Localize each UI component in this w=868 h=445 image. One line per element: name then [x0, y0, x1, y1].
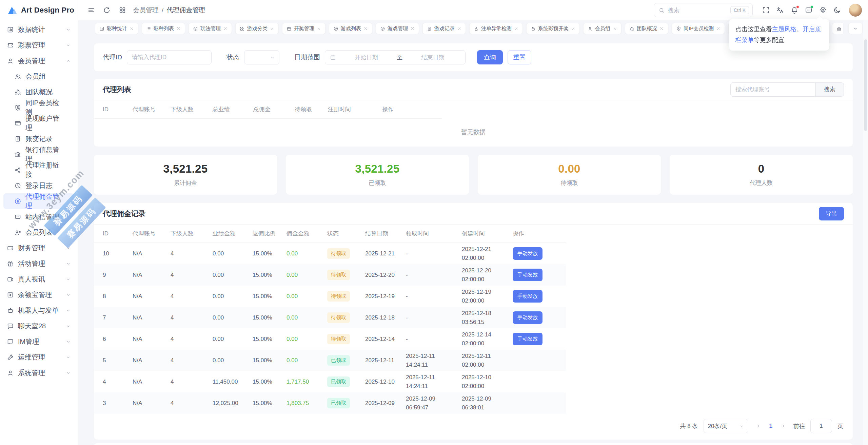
tab[interactable]: 银行信息管理 — [832, 23, 843, 34]
tab[interactable]: 彩种统计 — [95, 23, 138, 34]
tab[interactable]: 游戏分类 — [235, 23, 279, 34]
sidebar-item[interactable]: 登录日志 — [3, 178, 74, 193]
page-content: 代理ID 状态 日期范围 开始日期 至 结束日期 查询 重置 代理列表 — [78, 37, 868, 445]
tab[interactable]: 开奖管理 — [282, 23, 326, 34]
tab-close-icon[interactable] — [613, 26, 617, 31]
next-page-button[interactable] — [778, 421, 788, 431]
export-button[interactable]: 导出 — [819, 207, 844, 220]
manual-grant-button[interactable]: 手动发放 — [513, 311, 542, 324]
cell-settle-date: 2025-12-19 — [365, 293, 406, 300]
tab-close-icon[interactable] — [176, 26, 181, 31]
topbar-action-icon[interactable] — [802, 3, 816, 17]
cell-ratio: 15.00% — [253, 250, 287, 257]
tab-close-icon[interactable] — [317, 26, 321, 31]
status-badge: 已领取 — [327, 376, 350, 387]
tab-close-icon[interactable] — [514, 26, 518, 31]
current-page-number[interactable]: 1 — [769, 423, 773, 429]
manual-grant-button[interactable]: 手动发放 — [513, 247, 542, 260]
topbar-action-icon[interactable] — [830, 3, 844, 17]
tab[interactable]: 系统彩预开奖 — [526, 23, 580, 34]
sidebar-item[interactable]: 站内信管理 — [3, 209, 74, 225]
sidebar-item[interactable]: 真人视讯 — [3, 271, 74, 287]
topbar-nav-icon[interactable] — [85, 4, 98, 17]
status-badge: 待领取 — [327, 248, 350, 259]
agent-search-button[interactable]: 搜索 — [816, 82, 844, 97]
sidebar-item[interactable]: 系统管理 — [3, 365, 74, 381]
user-avatar[interactable] — [849, 4, 862, 17]
tab[interactable]: 注单异常检测 — [469, 23, 523, 34]
sidebar-item-label: 活动管理 — [18, 259, 45, 268]
sidebar-item[interactable]: 彩票管理 — [3, 37, 74, 53]
sidebar-item[interactable]: 运维管理 — [3, 349, 74, 365]
empty-state: 暂无数据 — [94, 119, 853, 145]
sidebar-item-label: 站内信管理 — [25, 212, 59, 221]
tab-close-icon[interactable] — [716, 26, 721, 31]
sidebar-item[interactable]: 代理佣金管理 — [3, 193, 74, 209]
table-row: 6 N/A 4 0.00 15.00% 0.00 待领取 2025-12-14 … — [94, 328, 566, 350]
sidebar-item[interactable]: 账变记录 — [3, 131, 74, 147]
tab[interactable]: 同IP会员检测 — [672, 23, 725, 34]
sidebar-item[interactable]: 会员列表 — [3, 225, 74, 240]
tab-label: 开奖管理 — [294, 25, 314, 32]
prev-page-button[interactable] — [754, 421, 763, 431]
breadcrumb-parent[interactable]: 会员管理 — [133, 6, 159, 15]
topbar-action-icon[interactable] — [759, 3, 773, 17]
topbar-action-icon[interactable] — [816, 3, 830, 17]
manual-grant-button[interactable]: 手动发放 — [513, 290, 542, 303]
app-logo[interactable]: Art Design Pro — [0, 0, 78, 20]
tab[interactable]: 游戏列表 — [329, 23, 372, 34]
cell-settle-date: 2025-12-14 — [365, 336, 406, 343]
topbar-nav-icon[interactable] — [100, 4, 113, 17]
sidebar-item[interactable]: 提现账户管理 — [3, 115, 74, 131]
tab[interactable]: 彩种列表 — [142, 23, 185, 34]
tab[interactable]: 团队概况 — [625, 23, 668, 34]
sidebar-item[interactable]: 同IP会员检测 — [3, 100, 74, 115]
date-range-picker[interactable]: 开始日期 至 结束日期 — [325, 50, 466, 64]
sidebar-item[interactable]: 会员管理 — [3, 53, 74, 69]
topbar-nav-icon[interactable] — [116, 4, 129, 17]
sidebar-item[interactable]: 团队概况 — [3, 84, 74, 100]
chevron-icon — [66, 277, 71, 282]
sidebar-item[interactable]: 代理注册链接 — [3, 162, 74, 178]
sidebar-item[interactable]: 银行信息管理 — [3, 147, 74, 162]
sidebar-item[interactable]: 余额宝管理 — [3, 287, 74, 303]
agent-id-input[interactable] — [127, 50, 212, 64]
tab-icon — [427, 26, 432, 31]
global-search-input[interactable]: 搜索 Ctrl K — [654, 3, 753, 17]
sidebar-item[interactable]: 机器人与发单 — [3, 303, 74, 318]
status-label: 状态 — [226, 53, 239, 62]
scrollbar-thumb[interactable] — [864, 39, 867, 131]
status-select[interactable] — [244, 50, 279, 64]
manual-grant-button[interactable]: 手动发放 — [513, 333, 542, 345]
tab-close-icon[interactable] — [223, 26, 228, 31]
sidebar-item[interactable]: 财务管理 — [3, 240, 74, 256]
theme-style-link[interactable]: 主题风格 — [772, 26, 796, 33]
tabs-collapse-button[interactable] — [848, 23, 863, 34]
agent-search-input[interactable] — [730, 82, 816, 97]
topbar-action-icon[interactable] — [787, 3, 802, 17]
tab-close-icon[interactable] — [130, 26, 134, 31]
tab-close-icon[interactable] — [363, 26, 368, 31]
tab[interactable]: 游戏记录 — [422, 23, 466, 34]
reset-button[interactable]: 重置 — [508, 50, 531, 64]
scrollbar-track[interactable] — [863, 20, 868, 445]
tab-close-icon[interactable] — [410, 26, 415, 31]
page-size-select[interactable]: 20条/页 — [704, 419, 748, 433]
topbar-action-icon[interactable] — [773, 3, 787, 17]
tab-close-icon[interactable] — [270, 26, 274, 31]
tab-close-icon[interactable] — [571, 26, 575, 31]
tab[interactable]: 会员组 — [583, 23, 622, 34]
sidebar-item[interactable]: 数据统计 — [3, 22, 74, 37]
sidebar-item[interactable]: IM管理 — [3, 334, 74, 349]
sidebar-item[interactable]: 聊天室28 — [3, 318, 74, 334]
sidebar-item[interactable]: 活动管理 — [3, 256, 74, 271]
tab-close-icon[interactable] — [659, 26, 664, 31]
tab-close-icon[interactable] — [457, 26, 461, 31]
manual-grant-button[interactable]: 手动发放 — [513, 269, 542, 281]
tab[interactable]: 游戏管理 — [376, 23, 419, 34]
cell-claim-time: - — [406, 335, 462, 344]
query-button[interactable]: 查询 — [477, 50, 503, 64]
sidebar-item[interactable]: 会员组 — [3, 69, 74, 84]
tab[interactable]: 玩法管理 — [189, 23, 232, 34]
goto-page-input[interactable] — [810, 419, 832, 433]
